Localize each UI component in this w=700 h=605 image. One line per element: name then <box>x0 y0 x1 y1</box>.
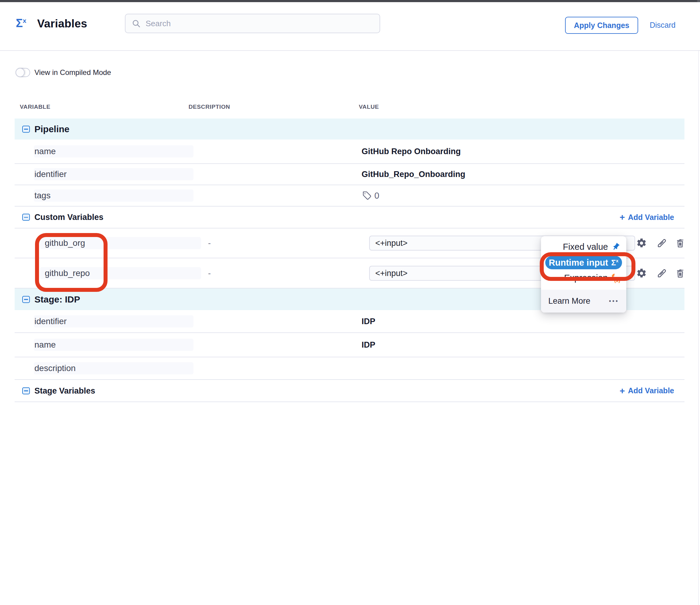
search-box <box>125 14 380 33</box>
variable-name: github_org <box>45 238 85 248</box>
row-value: IDP <box>361 340 375 350</box>
table-row-identifier: identifier GitHub_Repo_Onboarding <box>15 164 684 185</box>
row-label: name <box>34 147 56 156</box>
runtime-input-sigma-icon: Σx <box>611 258 618 268</box>
table-row-tags: tags 0 <box>15 185 684 206</box>
edit-pencil-icon[interactable] <box>656 267 668 279</box>
row-label: identifier <box>34 169 67 179</box>
more-options-icon[interactable]: ••• <box>609 298 619 305</box>
plus-icon: + <box>620 212 625 222</box>
row-label: description <box>34 363 76 373</box>
row-label: name <box>34 340 56 350</box>
row-value: GitHub_Repo_Onboarding <box>361 170 466 179</box>
scrollbar-track <box>698 2 699 605</box>
variable-name: github_repo <box>45 268 90 278</box>
add-variable-label: Add Variable <box>628 386 674 395</box>
label-background <box>34 145 194 157</box>
toggle-knob <box>16 68 25 77</box>
menu-item-fixed-value[interactable]: Fixed value <box>541 240 626 254</box>
column-header-description: DESCRIPTION <box>189 104 230 110</box>
delete-trash-icon[interactable] <box>674 267 686 279</box>
menu-item-label: Runtime input <box>549 258 608 268</box>
add-variable-label: Add Variable <box>628 213 674 222</box>
section-label: Stage: IDP <box>34 294 80 305</box>
edit-pencil-icon[interactable] <box>656 237 668 249</box>
table-row-stage-description: description <box>15 357 684 380</box>
runtime-input-logo-icon: Σx <box>16 17 26 30</box>
subsection-row-stage-variables: Stage Variables + Add Variable <box>15 380 684 402</box>
learn-more-link[interactable]: Learn More <box>548 296 590 306</box>
apply-changes-button[interactable]: Apply Changes <box>565 17 638 34</box>
collapse-minus-icon[interactable] <box>22 387 30 394</box>
row-label: identifier <box>34 317 67 326</box>
pin-icon <box>610 241 622 253</box>
variable-description: - <box>208 238 211 248</box>
menu-item-expression[interactable]: Expression f(x) <box>541 271 626 285</box>
subsection-row-custom-variables: Custom Variables + Add Variable <box>15 206 684 228</box>
add-variable-button[interactable]: + Add Variable <box>620 212 674 222</box>
page-title: Variables <box>37 17 87 30</box>
collapse-minus-icon[interactable] <box>22 126 30 132</box>
variables-panel: Σx Variables Apply Changes Discard View … <box>0 0 700 605</box>
tag-count: 0 <box>374 191 379 201</box>
search-icon <box>132 19 141 28</box>
subsection-label: Stage Variables <box>34 386 95 396</box>
tags-value: 0 <box>361 191 379 201</box>
section-row-pipeline: Pipeline <box>15 119 684 140</box>
settings-gear-icon[interactable] <box>635 237 648 249</box>
compiled-mode-toggle[interactable] <box>16 68 30 77</box>
plus-icon: + <box>620 386 625 396</box>
subsection-label: Custom Variables <box>34 212 104 222</box>
menu-item-runtime-input[interactable]: Runtime input Σx <box>545 256 622 269</box>
menu-item-label: Expression <box>564 273 608 283</box>
delete-trash-icon[interactable] <box>674 237 686 249</box>
label-background <box>34 190 194 202</box>
tag-icon <box>361 191 372 201</box>
column-header-value: VALUE <box>359 104 379 110</box>
label-background <box>34 339 194 351</box>
section-label: Pipeline <box>34 124 70 134</box>
menu-footer: Learn More ••• <box>541 290 626 312</box>
row-value: IDP <box>361 317 375 326</box>
variable-description: - <box>208 268 211 278</box>
table-row-name: name GitHub Repo Onboarding <box>15 140 684 164</box>
expression-fx-icon: f(x) <box>611 272 620 283</box>
window-top-bar <box>0 0 700 2</box>
search-input[interactable] <box>145 19 372 29</box>
row-label: tags <box>34 191 51 200</box>
row-value: GitHub Repo Onboarding <box>361 147 460 156</box>
menu-item-label: Fixed value <box>563 242 608 252</box>
collapse-minus-icon[interactable] <box>22 214 30 221</box>
settings-gear-icon[interactable] <box>635 267 648 279</box>
value-type-dropdown: Fixed value Runtime input Σx Expression … <box>541 236 626 312</box>
table-row-stage-identifier: identifier IDP <box>15 310 684 333</box>
table-row-stage-name: name IDP <box>15 333 684 357</box>
column-header-variable: VARIABLE <box>20 104 51 110</box>
discard-button[interactable]: Discard <box>650 21 676 29</box>
add-variable-button[interactable]: + Add Variable <box>620 386 674 396</box>
compiled-mode-label: View in Compiled Mode <box>34 68 111 77</box>
collapse-minus-icon[interactable] <box>22 296 30 303</box>
